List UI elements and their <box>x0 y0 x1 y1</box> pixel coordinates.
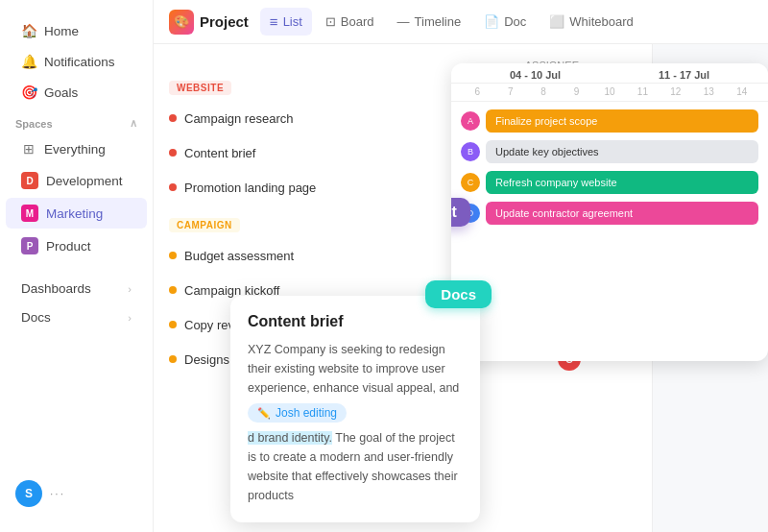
docs-card-title: Content brief <box>248 313 463 330</box>
highlighted-text: d brand identity. <box>248 431 332 445</box>
gantt-bar-refresh: Refresh company website <box>486 171 758 194</box>
gantt-avatar: A <box>461 111 480 131</box>
space-dot-development: D <box>21 172 38 189</box>
sidebar-item-label: Docs <box>21 310 51 325</box>
gantt-bar-objectives: Update key objectives <box>486 140 758 163</box>
gantt-day: 12 <box>660 86 692 97</box>
space-dot-marketing: M <box>21 205 38 222</box>
sidebar-item-label: Everything <box>44 142 106 157</box>
bell-icon: 🔔 <box>21 54 36 69</box>
task-status-dot <box>169 355 177 363</box>
sidebar-item-home[interactable]: 🏠 Home <box>6 16 147 45</box>
list-icon: ≡ <box>270 13 278 30</box>
sidebar: 🏠 Home 🔔 Notifications 🎯 Goals Spaces ∧ … <box>0 0 154 532</box>
task-status-dot <box>169 286 177 294</box>
gantt-day: 8 <box>527 86 560 97</box>
sidebar-item-docs[interactable]: Docs › <box>6 303 147 331</box>
task-status-dot <box>169 114 177 122</box>
gantt-day: 6 <box>461 86 493 97</box>
gantt-day: 13 <box>692 86 725 97</box>
editor-badge: ✏️ Josh editing <box>248 403 347 423</box>
section-label-campaign: CAMPAIGN <box>169 218 240 232</box>
gantt-day: 11 <box>626 86 659 97</box>
gantt-bar-row: A Finalize project scope <box>461 109 758 133</box>
tab-doc[interactable]: 📄 Doc <box>474 9 536 35</box>
sidebar-item-everything[interactable]: ⊞ Everything <box>6 134 147 163</box>
gantt-day: 14 <box>726 86 758 97</box>
gantt-bar-row: D Update contractor agreement Gantt <box>461 202 758 225</box>
section-label-website: WEBSITE <box>169 81 231 95</box>
sidebar-item-goals[interactable]: 🎯 Goals <box>6 78 147 107</box>
sidebar-item-marketing[interactable]: M Marketing <box>6 198 147 229</box>
task-status-dot <box>169 252 177 259</box>
task-status-dot <box>169 149 177 157</box>
task-status-dot <box>169 321 177 328</box>
sidebar-item-notifications[interactable]: 🔔 Notifications <box>6 47 147 76</box>
sidebar-item-label: Home <box>44 24 79 38</box>
project-icon: 🎨 <box>169 10 194 35</box>
sidebar-item-label: Notifications <box>44 55 115 69</box>
content-area: ASSIGNEE WEBSITE Campaign research A <box>154 44 768 532</box>
sidebar-item-label: Goals <box>44 85 78 100</box>
docs-card: Docs Content brief XYZ Company is seekin… <box>230 296 480 522</box>
space-dot-product: P <box>21 237 38 254</box>
sidebar-item-label: Product <box>46 239 91 254</box>
user-menu-dots[interactable]: ··· <box>50 487 65 500</box>
gantt-avatar: B <box>461 142 480 161</box>
tab-list[interactable]: ≡ List <box>260 8 312 36</box>
home-icon: 🏠 <box>21 23 36 38</box>
tab-whiteboard[interactable]: ⬜ Whiteboard <box>540 9 642 35</box>
gantt-avatar: C <box>461 173 480 192</box>
sidebar-item-label: Development <box>46 174 123 188</box>
gantt-label-badge: Gantt <box>451 198 470 227</box>
doc-icon: 📄 <box>484 14 499 29</box>
gantt-bar-contractor: Update contractor agreement <box>486 202 758 225</box>
sidebar-item-label: Dashboards <box>21 281 91 296</box>
docs-card-text-highlighted: d brand identity. The goal of the projec… <box>248 428 463 505</box>
docs-label-badge: Docs <box>425 280 492 308</box>
grid-icon: ⊞ <box>21 141 36 157</box>
bottom-section: Dashboards › Docs › <box>0 274 153 332</box>
spaces-section-title: Spaces ∧ <box>0 108 153 133</box>
sidebar-item-product[interactable]: P Product <box>6 230 147 261</box>
docs-card-body: XYZ Company is seeking to redesign their… <box>248 340 463 398</box>
top-navigation: 🎨 Project ≡ List ⊡ Board — Timeline 📄 Do… <box>154 0 768 44</box>
gantt-bar-finalize: Finalize project scope <box>486 109 758 133</box>
chevron-icon: ∧ <box>130 117 137 130</box>
timeline-icon: — <box>397 14 410 29</box>
sidebar-item-label: Marketing <box>46 206 103 221</box>
whiteboard-icon: ⬜ <box>549 14 564 29</box>
avatar[interactable]: S <box>15 480 42 507</box>
gantt-bar-row: B Update key objectives <box>461 140 758 163</box>
sidebar-item-development[interactable]: D Development <box>6 165 147 196</box>
gantt-bar-row: C Refresh company website <box>461 171 758 194</box>
tab-timeline[interactable]: — Timeline <box>388 9 471 35</box>
task-status-dot <box>169 183 177 191</box>
gantt-chart-panel: 04 - 10 Jul 11 - 17 Jul 6 7 8 9 10 11 12… <box>451 63 768 361</box>
gantt-day: 9 <box>560 86 592 97</box>
sidebar-item-dashboards[interactable]: Dashboards › <box>6 275 147 302</box>
main-content: 🎨 Project ≡ List ⊡ Board — Timeline 📄 Do… <box>154 0 768 532</box>
project-title: 🎨 Project <box>169 10 249 35</box>
gantt-week1-label: 04 - 10 Jul <box>461 69 610 81</box>
arrow-right-icon: › <box>128 283 132 295</box>
gantt-week2-label: 11 - 17 Jul <box>610 69 758 81</box>
tab-board[interactable]: ⊡ Board <box>316 9 384 35</box>
gantt-day: 10 <box>593 86 626 97</box>
gantt-day: 7 <box>493 86 526 97</box>
board-icon: ⊡ <box>325 14 336 29</box>
user-section: S ··· <box>0 471 153 517</box>
pencil-icon: ✏️ <box>257 407 271 420</box>
arrow-right-icon: › <box>128 312 132 324</box>
goals-icon: 🎯 <box>21 85 36 100</box>
